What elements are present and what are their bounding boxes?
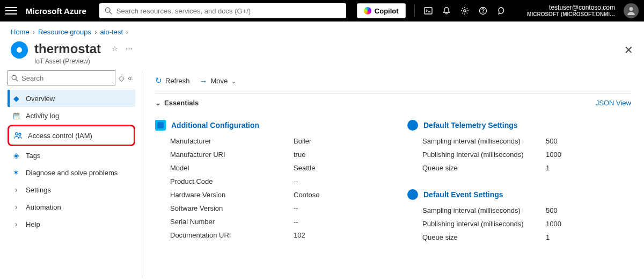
feedback-icon[interactable] xyxy=(496,6,506,16)
settings-icon[interactable] xyxy=(460,6,470,16)
svg-point-6 xyxy=(630,7,633,11)
kv-value: 1 xyxy=(546,164,550,172)
svg-point-3 xyxy=(463,10,465,12)
page-subtitle: IoT Asset (Preview) xyxy=(34,58,101,65)
right-column: Default Telemetry Settings Sampling inte… xyxy=(407,118,638,247)
sidebar-item-label: Activity log xyxy=(26,112,59,120)
kv-key: Sampling interval (milliseconds) xyxy=(422,137,546,145)
kv-row: Serial Number-- xyxy=(170,218,386,226)
move-icon: → xyxy=(200,76,208,85)
svg-point-7 xyxy=(12,75,16,80)
main-panel: ↻ Refresh → Move ⌄ ⌄ Essentials JSON Vie… xyxy=(142,70,644,278)
close-button[interactable]: ✕ xyxy=(624,44,633,56)
sidebar-item-label: Settings xyxy=(26,186,51,194)
json-view-link[interactable]: JSON View xyxy=(596,99,631,107)
people-icon xyxy=(14,131,23,140)
kv-key: Hardware Version xyxy=(170,191,294,199)
sidebar-search[interactable] xyxy=(8,70,115,85)
kv-key: Publishing interval (milliseconds) xyxy=(422,150,546,159)
command-bar: ↻ Refresh → Move ⌄ xyxy=(155,70,631,94)
refresh-button[interactable]: ↻ Refresh xyxy=(155,76,190,85)
sidebar-item-help[interactable]: › Help xyxy=(8,216,135,233)
kv-key: Software Version xyxy=(170,204,294,212)
sidebar-item-access-control[interactable]: Access control (IAM) xyxy=(10,127,133,144)
chevron-right-icon: › xyxy=(12,203,20,211)
kv-key: Queue size xyxy=(422,233,546,241)
copilot-label: Copilot xyxy=(375,7,399,15)
kv-key: Sampling interval (milliseconds) xyxy=(422,206,546,214)
move-label: Move xyxy=(211,77,228,85)
favorite-icon[interactable]: ☆ xyxy=(112,45,118,53)
kv-row: ManufacturerBoiler xyxy=(170,137,386,145)
svg-point-0 xyxy=(105,8,110,12)
tag-icon: ◈ xyxy=(12,151,20,160)
sidebar: ◇ « ◆ Overview ▤ Activity log Access con… xyxy=(0,70,140,278)
kv-key: Product Code xyxy=(170,177,294,185)
search-icon xyxy=(11,75,18,82)
refresh-icon: ↻ xyxy=(155,76,162,85)
cloud-shell-icon[interactable] xyxy=(423,6,433,16)
sidebar-item-tags[interactable]: ◈ Tags xyxy=(8,147,135,164)
kv-value: true xyxy=(294,150,305,159)
additional-config-section: Additional Configuration ManufacturerBoi… xyxy=(155,118,386,247)
sidebar-search-input[interactable] xyxy=(21,74,112,82)
kv-row: Sampling interval (milliseconds)500 xyxy=(422,137,638,145)
section-header: Default Event Settings xyxy=(407,189,638,200)
section-title: Default Event Settings xyxy=(423,190,503,199)
breadcrumb: Home › Resource groups › aio-test › xyxy=(0,21,644,39)
page-title: thermostat xyxy=(34,41,101,56)
avatar[interactable] xyxy=(624,3,639,18)
kv-row: Sampling interval (milliseconds)500 xyxy=(422,206,638,214)
section-header: Additional Configuration xyxy=(155,120,386,131)
sidebar-item-settings[interactable]: › Settings xyxy=(8,181,135,198)
notifications-icon[interactable] xyxy=(442,6,451,16)
breadcrumb-item[interactable]: aio-test xyxy=(100,28,123,36)
section-title: Additional Configuration xyxy=(171,121,259,130)
search-icon xyxy=(105,7,112,15)
essentials-header[interactable]: ⌄ Essentials JSON View xyxy=(155,94,631,110)
section-title: Default Telemetry Settings xyxy=(423,121,518,130)
svg-line-1 xyxy=(109,12,112,14)
expand-toggle-icon[interactable]: ◇ xyxy=(119,74,125,82)
breadcrumb-item[interactable]: Resource groups xyxy=(38,28,91,36)
config-icon xyxy=(155,120,166,131)
account-info[interactable]: testuser@contoso.com MICROSOFT (MICROSOF… xyxy=(527,4,615,17)
section-header: Default Telemetry Settings xyxy=(407,120,638,131)
kv-value: 1000 xyxy=(546,220,561,228)
chevron-right-icon: › xyxy=(33,28,35,36)
content-body: ◇ « ◆ Overview ▤ Activity log Access con… xyxy=(0,70,644,278)
move-button[interactable]: → Move ⌄ xyxy=(200,76,237,85)
user-email: testuser@contoso.com xyxy=(527,4,615,11)
chevron-right-icon: › xyxy=(12,220,20,228)
copilot-button[interactable]: Copilot xyxy=(357,3,406,18)
kv-value: Seattle xyxy=(294,164,315,172)
help-icon[interactable] xyxy=(478,6,488,16)
annotation-highlight: Access control (IAM) xyxy=(8,125,135,146)
sidebar-item-overview[interactable]: ◆ Overview xyxy=(8,90,135,107)
more-icon[interactable]: ⋯ xyxy=(126,45,133,53)
sidebar-item-diagnose[interactable]: ✶ Diagnose and solve problems xyxy=(8,164,135,181)
svg-point-5 xyxy=(482,12,484,13)
sidebar-item-automation[interactable]: › Automation xyxy=(8,198,135,216)
diagnose-icon: ✶ xyxy=(12,168,20,177)
kv-key: Manufacturer xyxy=(170,137,294,145)
global-search-input[interactable] xyxy=(116,7,341,15)
kv-value: -- xyxy=(294,204,298,212)
divider xyxy=(414,5,415,17)
refresh-label: Refresh xyxy=(165,77,190,85)
kv-value: -- xyxy=(294,218,298,226)
chevron-right-icon: › xyxy=(94,28,97,36)
menu-toggle[interactable] xyxy=(5,5,17,17)
collapse-sidebar-icon[interactable]: « xyxy=(128,74,132,82)
kv-row: Queue size1 xyxy=(422,233,638,241)
global-header: Microsoft Azure Copilot testuser@contoso… xyxy=(0,0,644,21)
kv-key: Queue size xyxy=(422,164,546,172)
global-search[interactable] xyxy=(99,3,346,18)
essentials-label: Essentials xyxy=(164,99,199,107)
svg-point-10 xyxy=(19,133,21,135)
copilot-icon xyxy=(364,7,371,15)
breadcrumb-item[interactable]: Home xyxy=(11,28,30,36)
sidebar-item-label: Tags xyxy=(26,152,40,160)
kv-row: ModelSeattle xyxy=(170,164,386,172)
sidebar-item-activity-log[interactable]: ▤ Activity log xyxy=(8,107,135,124)
